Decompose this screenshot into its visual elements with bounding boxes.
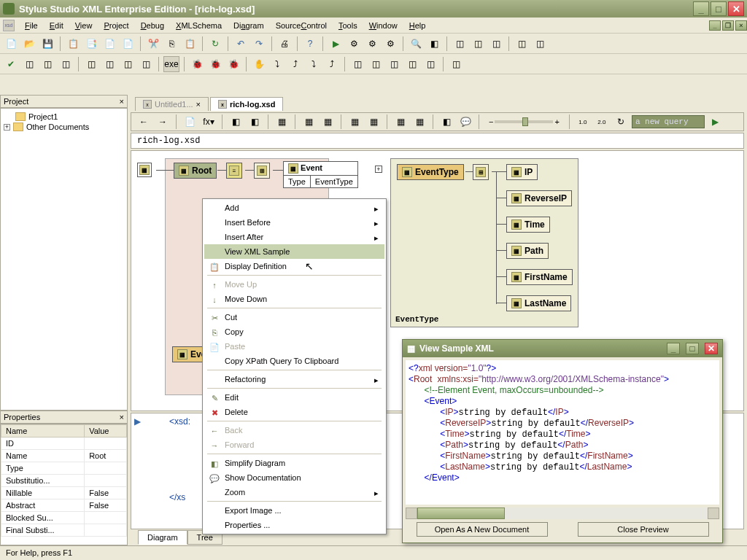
menu-edit[interactable]: Edit (44, 20, 69, 31)
diagram-node-ip[interactable]: ▦IP (506, 164, 538, 180)
menu-project[interactable]: Project (98, 20, 134, 31)
diagram-node-eventtype[interactable]: ▦ EventType (397, 164, 464, 180)
sample-hscrollbar[interactable] (406, 508, 719, 519)
tb-btn[interactable]: ◫ (386, 56, 402, 72)
zoom-out-icon[interactable]: − (489, 117, 493, 126)
debug-button[interactable]: 🐞 (189, 56, 205, 72)
tb-btn[interactable]: ◫ (470, 36, 486, 52)
diagram-compositor-icon[interactable]: ⊞ (473, 164, 489, 180)
query-go-button[interactable]: ▶ (708, 114, 724, 130)
cm-edit[interactable]: ✎Edit (204, 390, 384, 405)
version10-icon[interactable]: 1.0 (575, 114, 591, 130)
menu-xmlschema[interactable]: XMLSchema (170, 20, 228, 31)
tb-btn[interactable]: ◫ (83, 56, 99, 72)
menu-help[interactable]: Help (403, 20, 432, 31)
dt-btn[interactable]: 📄 (182, 114, 198, 130)
cut-button[interactable]: ✂️ (145, 36, 161, 52)
cm-insert-before[interactable]: Insert Before▸ (204, 215, 384, 230)
scroll-right-button[interactable] (708, 508, 719, 519)
diagram-anchor-icon[interactable]: ▦ (137, 163, 152, 177)
dt-btn[interactable]: ◧ (438, 114, 454, 130)
menu-sourcecontrol[interactable]: SourceControl (270, 20, 333, 31)
cm-copy-xpath[interactable]: Copy XPath Query To Clipboard (204, 354, 384, 368)
close-preview-button[interactable]: Close Preview (578, 522, 709, 537)
diagram-node-reverseip[interactable]: ▦ReverseIP (506, 190, 572, 206)
dt-btn[interactable]: ▦ (365, 114, 382, 130)
sample-xml-content[interactable]: <?xml version="1.0"?> <Root xmlns:xsi="h… (406, 360, 719, 505)
open-as-new-doc-button[interactable]: Open As A New Document (417, 522, 548, 537)
tb-btn[interactable]: ◫ (532, 36, 548, 52)
scroll-thumb[interactable] (417, 508, 505, 519)
properties-panel-close-icon[interactable]: × (120, 413, 124, 421)
tb-btn[interactable]: ◫ (39, 56, 55, 72)
sample-minimize-button[interactable]: _ (667, 343, 680, 354)
menu-file[interactable]: File (19, 20, 44, 31)
project-panel-close-icon[interactable]: × (120, 97, 124, 106)
tb-btn[interactable]: ⤵ (306, 56, 322, 72)
zoom-slider[interactable]: − + (489, 117, 560, 126)
cm-copy[interactable]: ⎘Copy (204, 324, 384, 339)
cm-zoom[interactable]: Zoom▸ (204, 485, 384, 499)
dt-btn[interactable]: 💬 (457, 114, 473, 130)
cm-view-xml-sample[interactable]: View XML Sample (204, 244, 384, 259)
query-input[interactable] (632, 115, 705, 128)
project-tree[interactable]: Project1 + Other Documents (0, 108, 128, 411)
dt-btn[interactable]: ↻ (613, 114, 629, 130)
dt-btn[interactable]: ▦ (320, 114, 336, 130)
tb-btn[interactable]: ◫ (422, 56, 438, 72)
cm-cut[interactable]: ✂Cut (204, 310, 384, 324)
dt-btn[interactable]: ← (136, 114, 152, 130)
expand-icon[interactable]: + (4, 124, 10, 131)
dt-btn[interactable]: ▦ (274, 114, 290, 130)
tb-btn[interactable]: ⚙ (382, 36, 398, 52)
close-button[interactable]: ✕ (728, 1, 744, 16)
tb-btn[interactable]: 📄 (120, 36, 136, 52)
menu-window[interactable]: Window (363, 20, 403, 31)
sample-close-button[interactable]: ✕ (705, 343, 718, 354)
cm-show-doc[interactable]: 💬Show Documentation (204, 470, 384, 485)
tab-close-icon[interactable]: × (196, 100, 201, 109)
dt-btn[interactable]: ◧ (228, 114, 244, 130)
tb-btn[interactable]: 📑 (83, 36, 99, 52)
new-button[interactable]: 📄 (3, 36, 19, 52)
dt-btn[interactable]: ▦ (347, 114, 363, 130)
validate-button[interactable]: ✔ (3, 56, 19, 72)
tb-btn[interactable]: 📄 (101, 36, 117, 52)
dt-btn[interactable]: ▦ (301, 114, 317, 130)
refresh-button[interactable]: ↻ (207, 36, 223, 52)
dt-btn[interactable]: ▦ (411, 114, 427, 130)
menu-view[interactable]: View (69, 20, 98, 31)
print-button[interactable]: 🖨 (276, 36, 293, 52)
tb-btn[interactable]: ⚙ (346, 36, 362, 52)
dt-btn[interactable]: → (155, 114, 171, 130)
tb-btn[interactable]: ◫ (349, 56, 365, 72)
undo-button[interactable]: ↶ (233, 36, 249, 52)
diagram-node-path[interactable]: ▦Path (506, 243, 549, 259)
tb-btn[interactable]: ◫ (21, 56, 37, 72)
tb-btn[interactable]: ◫ (138, 56, 154, 72)
zoom-in-icon[interactable]: + (554, 117, 559, 126)
maximize-button[interactable]: □ (711, 1, 727, 16)
menu-debug[interactable]: Debug (135, 20, 170, 31)
tb-btn[interactable]: ⤴ (287, 56, 303, 72)
tb-btn[interactable]: ◫ (452, 36, 468, 52)
cm-simplify[interactable]: ◧Simplify Diagram (204, 456, 384, 470)
mdi-close-button[interactable]: × (735, 20, 747, 31)
tb-btn[interactable]: ⤴ (324, 56, 340, 72)
cm-add[interactable]: Add▸ (204, 201, 384, 215)
diagram-node-event[interactable]: ▦ Event TypeEventType (283, 161, 358, 188)
diagram-node-firstname[interactable]: ▦FirstName (506, 269, 573, 285)
tb-btn[interactable]: ◧ (426, 36, 442, 52)
scroll-left-button[interactable] (406, 508, 417, 519)
tb-btn[interactable]: ◫ (368, 56, 384, 72)
tb-btn[interactable]: exe (163, 56, 179, 72)
copy-button[interactable]: ⎘ (163, 36, 179, 52)
sample-maximize-button[interactable]: □ (686, 343, 699, 354)
tb-btn[interactable]: ▶ (328, 36, 344, 52)
diagram-node-root[interactable]: ▦ Root (174, 163, 217, 179)
cm-properties[interactable]: Properties ... (204, 518, 384, 532)
tree-item-other[interactable]: + Other Documents (4, 122, 124, 132)
paste-button[interactable]: 📋 (182, 36, 198, 52)
cm-move-down[interactable]: ↓Move Down (204, 292, 384, 306)
mdi-restore-button[interactable]: ❐ (722, 20, 734, 31)
